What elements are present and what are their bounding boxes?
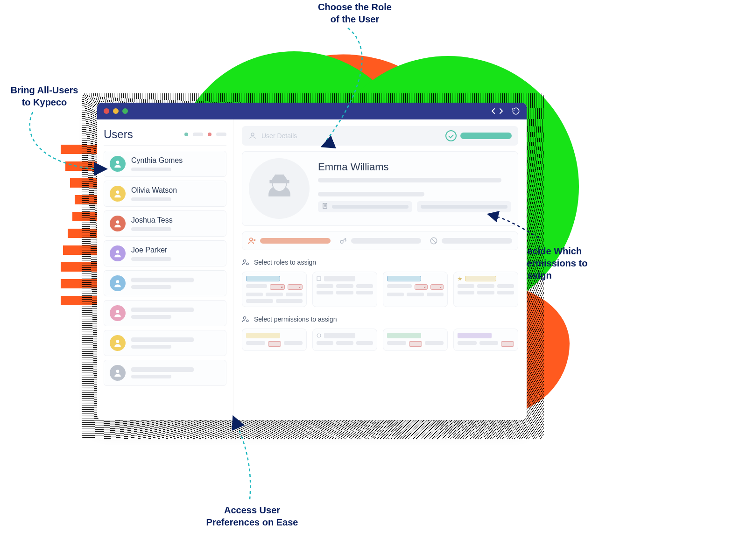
window-maximize-dot[interactable] [122,108,128,114]
permission-card[interactable] [312,329,377,351]
sidebar-user-item[interactable] [104,330,226,356]
reload-icon[interactable] [512,107,520,115]
svg-point-10 [250,238,253,241]
avatar [110,216,126,231]
profile-secondary-chip[interactable] [417,201,511,212]
svg-point-5 [116,310,120,313]
app-window: Users Cynthia GomesOlivia WatsonJoshua T… [97,103,527,420]
user-name: Joshua Tess [131,216,220,224]
avatar [110,245,126,261]
sidebar-title: Users [104,128,133,141]
doc-icon [317,276,321,281]
svg-point-18 [247,320,248,322]
permissions-grid [242,329,518,351]
avatar [110,156,126,172]
header-row: User Details [242,126,518,146]
svg-point-7 [116,370,120,373]
avatar [110,275,126,291]
svg-point-11 [340,240,343,243]
role-card[interactable] [453,272,518,307]
user-name: Cynthia Gomes [131,156,220,165]
avatar [110,186,126,202]
role-card[interactable] [312,272,377,307]
annotation-top: Choose the Roleof the User [289,1,420,25]
permission-card[interactable] [242,329,307,351]
titlebar-dots [104,108,128,114]
profile-company-chip[interactable] [318,201,412,212]
annotation-right: Decide WhichPermissions toAssign [521,245,605,281]
user-name: Olivia Watson [131,186,220,195]
key-icon [339,237,347,245]
building-icon [322,203,328,211]
roles-grid: ×× ×× [242,272,518,307]
sidebar-user-item[interactable] [104,360,226,386]
svg-point-4 [116,280,120,283]
sidebar-user-item[interactable] [104,270,226,296]
svg-point-14 [247,263,248,265]
circle-icon [317,333,321,338]
titlebar [97,103,527,119]
profile-name: Emma Williams [318,161,511,173]
permission-card[interactable] [383,329,448,351]
header-label: User Details [261,132,297,140]
action-row [242,231,518,250]
sidebar-user-item[interactable]: Joshua Tess [104,210,226,237]
permissions-section-title: Select permissions to assign [242,315,518,323]
svg-point-0 [116,161,120,164]
profile-avatar [249,158,310,219]
sidebar: Users Cynthia GomesOlivia WatsonJoshua T… [97,119,233,420]
roles-section-title: Select roles to assign [242,259,518,266]
svg-point-8 [251,133,254,136]
svg-point-6 [116,340,120,343]
status-check-icon [445,130,457,141]
svg-marker-16 [458,276,462,281]
sidebar-user-item[interactable]: Cynthia Gomes [104,151,226,177]
window-minimize-dot[interactable] [113,108,119,114]
svg-rect-9 [323,203,327,209]
user-name: Joe Parker [131,246,220,254]
user-icon [248,132,257,140]
sidebar-user-item[interactable]: Olivia Watson [104,181,226,207]
nav-back-forward-icon[interactable] [490,107,504,115]
avatar [110,365,126,381]
block-icon [430,237,438,245]
user-settings-icon [242,259,249,266]
sidebar-status-pills [184,133,226,136]
sidebar-user-item[interactable] [104,300,226,326]
svg-point-17 [243,317,246,319]
sidebar-user-item[interactable]: Joe Parker [104,240,226,266]
star-icon [458,276,462,281]
profile-card: Emma Williams [242,151,518,226]
permission-card[interactable] [453,329,518,351]
user-list: Cynthia GomesOlivia WatsonJoshua TessJoe… [104,151,226,386]
svg-point-13 [243,260,246,262]
annotation-bottom: Access UserPreferences on Ease [187,504,317,528]
avatar [110,305,126,321]
user-remove-icon [248,237,256,245]
action-remove-user[interactable] [248,237,331,245]
annotation-left: Bring All-Usersto Kypeco [0,84,89,108]
role-card[interactable]: ×× [383,272,448,307]
window-close-dot[interactable] [104,108,109,114]
svg-rect-15 [317,277,321,280]
user-settings-icon [242,315,249,323]
main-panel: User Details Emma Williams [233,119,527,420]
status-bar [460,133,512,139]
avatar [110,335,126,351]
svg-point-2 [116,220,120,224]
svg-point-3 [116,250,120,253]
action-reset-key[interactable] [339,237,422,245]
role-card[interactable]: ×× [242,272,307,307]
svg-point-19 [317,334,321,337]
svg-point-1 [116,190,120,194]
action-block[interactable] [430,237,512,245]
